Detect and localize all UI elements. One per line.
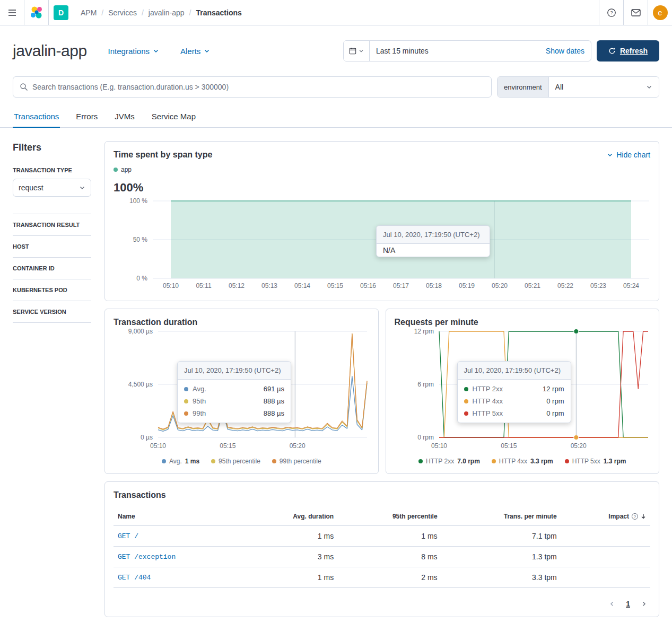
- svg-text:05:12: 05:12: [229, 282, 245, 289]
- tab-jvms[interactable]: JVMs: [114, 106, 136, 127]
- column-header-avg-duration[interactable]: Avg. duration: [242, 507, 338, 526]
- legend-item-avg[interactable]: Avg.1 ms: [162, 458, 199, 465]
- tooltip-dot: [464, 399, 468, 403]
- elastic-logo[interactable]: [24, 0, 49, 25]
- integrations-label: Integrations: [108, 47, 150, 56]
- newsfeed-button[interactable]: [623, 0, 648, 25]
- menu-button[interactable]: [0, 0, 24, 25]
- refresh-button[interactable]: Refresh: [597, 40, 659, 62]
- hide-chart-label: Hide chart: [616, 151, 650, 159]
- span-type-panel-title: Time spent by span type: [114, 150, 212, 160]
- requests-per-minute-title: Requests per minute: [395, 318, 651, 327]
- svg-text:05:20: 05:20: [290, 442, 306, 450]
- svg-text:05:23: 05:23: [590, 282, 606, 289]
- svg-text:05:14: 05:14: [294, 282, 310, 289]
- show-dates-link[interactable]: Show dates: [539, 47, 591, 55]
- svg-text:12 rpm: 12 rpm: [414, 328, 433, 335]
- legend-item-http-5xx[interactable]: HTTP 5xx1.3 rpm: [565, 458, 626, 465]
- tooltip-timestamp: Jul 10, 2020, 17:19:50 (UTC+2): [458, 362, 571, 380]
- transaction-type-value: request: [19, 183, 43, 192]
- transaction-link[interactable]: GET /exception: [114, 547, 242, 567]
- span-type-panel: Time spent by span type Hide chart app 1…: [104, 141, 659, 301]
- help-icon: ?: [607, 8, 616, 17]
- alerts-menu[interactable]: Alerts: [180, 47, 210, 56]
- tooltip-timestamp: Jul 10, 2020, 17:19:50 (UTC+2): [377, 226, 490, 244]
- hide-chart-button[interactable]: Hide chart: [607, 151, 650, 159]
- integrations-menu[interactable]: Integrations: [108, 47, 159, 56]
- tpm-cell: 7.1 tpm: [442, 526, 561, 547]
- filters-sidebar: Filters TRANSACTION TYPE request TRANSAC…: [13, 141, 91, 625]
- tab-transactions[interactable]: Transactions: [13, 106, 60, 128]
- help-button[interactable]: ?: [599, 0, 623, 25]
- hamburger-menu-icon: [8, 9, 16, 16]
- search-input[interactable]: [32, 83, 485, 91]
- info-icon[interactable]: ?: [632, 513, 638, 520]
- legend-item-99th[interactable]: 99th percentile: [272, 458, 321, 465]
- next-page-button[interactable]: [641, 601, 647, 607]
- transaction-duration-chart-wrap: 0 µs4,500 µs9,000 µs05:1005:1505:20 Jul …: [114, 327, 370, 452]
- breadcrumb: APM Services javalin-app Transactions: [81, 8, 599, 17]
- span-type-legend[interactable]: app: [114, 166, 650, 173]
- transaction-link[interactable]: GET /404: [114, 567, 242, 588]
- svg-text:05:22: 05:22: [557, 282, 573, 289]
- filter-section-transaction-result[interactable]: TRANSACTION RESULT: [13, 214, 91, 236]
- chevron-down-icon: [79, 185, 85, 191]
- filter-section-kubernetes-pod[interactable]: KUBERNETES POD: [13, 279, 91, 301]
- environment-select[interactable]: All: [549, 77, 659, 97]
- tooltip-value: 691 µs: [264, 385, 284, 393]
- time-range-button[interactable]: Last 15 minutes: [370, 47, 539, 55]
- transaction-type-label: TRANSACTION TYPE: [13, 167, 91, 173]
- transactions-table-panel: Transactions Name Avg. duration 95th per…: [104, 481, 659, 617]
- svg-text:05:15: 05:15: [220, 442, 235, 450]
- previous-page-button[interactable]: [609, 601, 615, 607]
- avg-duration-cell: 1 ms: [242, 567, 338, 588]
- breadcrumb-service-name[interactable]: javalin-app: [149, 8, 196, 17]
- breadcrumb-apm[interactable]: APM: [81, 8, 108, 17]
- date-picker: Last 15 minutes Show dates: [343, 40, 591, 62]
- legend-item-95th[interactable]: 95th percentile: [211, 458, 260, 465]
- svg-text:05:10: 05:10: [431, 442, 447, 450]
- filter-section-host[interactable]: HOST: [13, 236, 91, 258]
- alerts-label: Alerts: [180, 47, 200, 56]
- breadcrumb-services[interactable]: Services: [108, 8, 149, 17]
- refresh-icon: [608, 47, 616, 55]
- transaction-link[interactable]: GET /: [114, 526, 242, 547]
- search-icon: [20, 83, 28, 91]
- column-header-impact[interactable]: Impact ?: [561, 507, 650, 526]
- tooltip-label: HTTP 2xx: [473, 385, 503, 393]
- requests-per-minute-panel: Requests per minute 0 rpm6 rpm12 rpm05:1…: [386, 309, 660, 474]
- refresh-label: Refresh: [620, 47, 648, 55]
- transaction-duration-panel: Transaction duration 0 µs4,500 µs9,000 µ…: [104, 309, 379, 474]
- page-title: javalin-app: [13, 42, 87, 60]
- chevron-down-icon: [153, 48, 159, 54]
- tooltip-value: 12 rpm: [543, 385, 564, 393]
- legend-dot: [418, 459, 423, 463]
- sort-desc-icon: [641, 514, 646, 519]
- filter-section-container-id[interactable]: CONTAINER ID: [13, 258, 91, 279]
- legend-item-http-4xx[interactable]: HTTP 4xx3.3 rpm: [492, 458, 553, 465]
- tpm-cell: 1.3 tpm: [442, 547, 561, 567]
- tooltip-dot: [184, 387, 188, 391]
- column-header-name[interactable]: Name: [114, 507, 242, 526]
- transaction-type-select[interactable]: request: [13, 179, 91, 197]
- page-number-1[interactable]: 1: [626, 600, 630, 608]
- environment-filter: environment All: [497, 76, 659, 98]
- tab-service-map[interactable]: Service Map: [151, 106, 197, 127]
- service-header: javalin-app Integrations Alerts Last 15 …: [13, 40, 659, 62]
- space-switcher[interactable]: D: [49, 0, 73, 25]
- user-menu-button[interactable]: e: [648, 0, 672, 25]
- column-header-trans-per-minute[interactable]: Trans. per minute: [442, 507, 561, 526]
- legend-item-http-2xx[interactable]: HTTP 2xx7.0 rpm: [418, 458, 480, 465]
- span-type-chart-wrap: 0 %50 %100 %05:1005:1105:1205:1305:1405:…: [114, 198, 650, 292]
- span-type-current-value: 100%: [114, 181, 650, 195]
- svg-text:05:20: 05:20: [492, 282, 508, 289]
- svg-text:100 %: 100 %: [129, 198, 147, 205]
- filter-section-service-version[interactable]: SERVICE VERSION: [13, 301, 91, 323]
- tooltip-label: HTTP 4xx: [473, 397, 503, 405]
- table-row: GET / 1 ms 1 ms 7.1 tpm: [114, 526, 650, 547]
- column-header-95th-percentile[interactable]: 95th percentile: [338, 507, 441, 526]
- date-picker-calendar-button[interactable]: [344, 41, 370, 61]
- transaction-duration-title: Transaction duration: [114, 318, 370, 327]
- p95-cell: 8 ms: [338, 547, 441, 567]
- tab-errors[interactable]: Errors: [75, 106, 99, 127]
